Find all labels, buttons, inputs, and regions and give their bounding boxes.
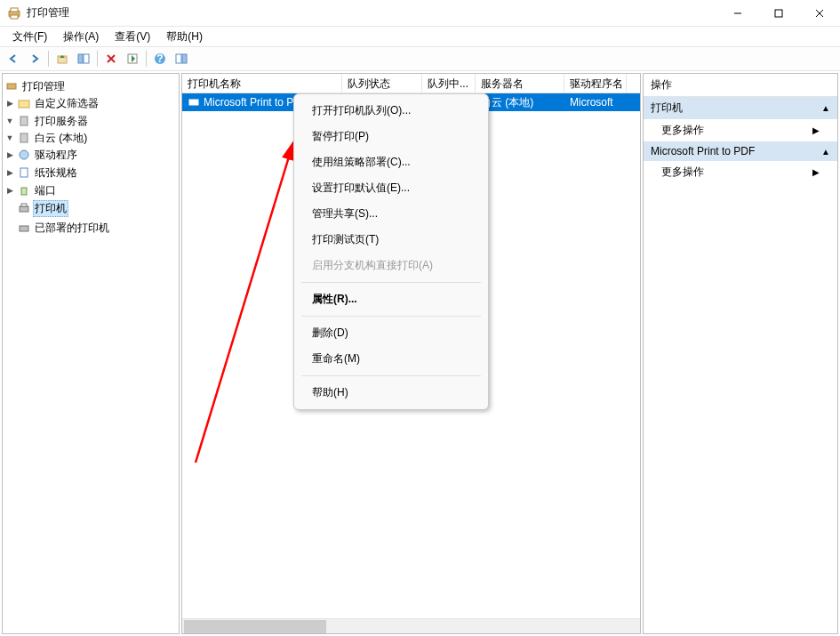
cm-branch-office: 启用分支机构直接打印(A) xyxy=(294,253,488,278)
column-header-jobs[interactable]: 队列中... xyxy=(422,74,476,93)
separator xyxy=(97,51,98,67)
drivers-icon xyxy=(17,148,31,162)
back-button[interactable] xyxy=(4,49,23,68)
svg-rect-22 xyxy=(20,168,28,177)
svg-text:?: ? xyxy=(156,52,163,65)
column-header-status[interactable]: 队列状态 xyxy=(342,74,422,93)
cm-delete[interactable]: 删除(D) xyxy=(294,320,488,346)
svg-line-28 xyxy=(196,142,293,463)
menu-file[interactable]: 文件(F) xyxy=(5,28,54,46)
tree-root[interactable]: 打印管理 xyxy=(4,78,177,94)
tree-printers[interactable]: ▶ 打印机 xyxy=(4,200,177,216)
tree-drivers[interactable]: ▶ 驱动程序 xyxy=(4,147,177,163)
cm-properties[interactable]: 属性(R)... xyxy=(294,286,488,312)
tree-ports[interactable]: ▶ 端口 xyxy=(4,182,177,198)
expander-closed-icon[interactable]: ▶ xyxy=(4,149,15,160)
svg-rect-8 xyxy=(78,54,83,63)
svg-rect-9 xyxy=(84,54,89,63)
app-icon xyxy=(7,6,21,20)
cm-manage-sharing[interactable]: 管理共享(S)... xyxy=(294,201,488,227)
close-button[interactable] xyxy=(799,0,840,27)
show-hide-actions-button[interactable] xyxy=(172,49,191,68)
svg-rect-1 xyxy=(11,8,18,12)
svg-rect-19 xyxy=(20,117,28,125)
svg-rect-15 xyxy=(176,54,181,63)
minimize-button[interactable] xyxy=(717,0,758,27)
server-icon xyxy=(17,114,31,128)
expander-open-icon[interactable]: ▼ xyxy=(4,116,15,126)
menu-action[interactable]: 操作(A) xyxy=(56,28,106,46)
svg-rect-4 xyxy=(775,10,782,17)
menu-view[interactable]: 查看(V) xyxy=(108,28,157,46)
main-area: 打印管理 ▶ 自定义筛选器 ▼ 打印服务器 xyxy=(0,71,840,636)
chevron-up-icon: ▲ xyxy=(821,103,830,113)
list-body[interactable]: Microsoft Print to PDF 就绪 0 白云 (本地) Micr… xyxy=(182,93,640,618)
cm-help[interactable]: 帮助(H) xyxy=(294,380,488,406)
cm-test-page[interactable]: 打印测试页(T) xyxy=(294,227,488,253)
cm-deploy-gpo[interactable]: 使用组策略部署(C)... xyxy=(294,149,488,175)
svg-rect-27 xyxy=(189,100,198,105)
column-header-name[interactable]: 打印机名称 xyxy=(182,74,342,93)
column-header-server[interactable]: 服务器名 xyxy=(476,74,564,93)
separator xyxy=(48,51,49,67)
expander-closed-icon[interactable]: ▶ xyxy=(4,167,15,178)
context-menu: 打开打印机队列(O)... 暂停打印(P) 使用组策略部署(C)... 设置打印… xyxy=(293,93,489,410)
svg-rect-17 xyxy=(7,84,16,89)
svg-rect-20 xyxy=(20,133,28,142)
expander-closed-icon[interactable]: ▶ xyxy=(4,98,15,109)
tree-deployed-printers[interactable]: ▶ 已部署的打印机 xyxy=(4,220,177,236)
svg-rect-18 xyxy=(19,101,29,108)
horizontal-scrollbar[interactable] xyxy=(182,618,640,633)
tree-local-server[interactable]: ▼ 白云 (本地) xyxy=(4,130,177,146)
svg-rect-23 xyxy=(21,188,27,195)
chevron-right-icon: ▶ xyxy=(812,167,820,177)
server-icon xyxy=(17,131,31,145)
separator xyxy=(301,375,481,376)
window-title: 打印管理 xyxy=(27,5,717,20)
printer-icon xyxy=(17,201,31,215)
cm-rename[interactable]: 重命名(M) xyxy=(294,346,488,372)
menu-bar: 文件(F) 操作(A) 查看(V) 帮助(H) xyxy=(0,27,840,46)
actions-section-selected-printer[interactable]: Microsoft Print to PDF ▲ xyxy=(644,141,837,161)
maximize-button[interactable] xyxy=(758,0,799,27)
delete-button[interactable] xyxy=(101,49,121,68)
expander-open-icon[interactable]: ▼ xyxy=(4,133,15,143)
menu-help[interactable]: 帮助(H) xyxy=(159,28,210,46)
column-header-driver[interactable]: 驱动程序名 xyxy=(564,74,627,93)
chevron-right-icon: ▶ xyxy=(812,125,820,135)
cm-pause[interactable]: 暂停打印(P) xyxy=(294,124,488,149)
forward-button[interactable] xyxy=(25,49,44,68)
actions-title: 操作 xyxy=(644,74,837,97)
scrollbar-thumb[interactable] xyxy=(184,620,326,633)
cm-set-defaults[interactable]: 设置打印默认值(E)... xyxy=(294,175,488,201)
show-hide-tree-button[interactable] xyxy=(74,49,93,68)
title-bar: 打印管理 xyxy=(0,0,840,27)
actions-more-1[interactable]: 更多操作 ▶ xyxy=(644,119,837,141)
chevron-up-icon: ▲ xyxy=(821,147,830,157)
actions-section-printers[interactable]: 打印机 ▲ xyxy=(644,97,837,119)
expander-closed-icon[interactable]: ▶ xyxy=(4,185,15,196)
svg-rect-25 xyxy=(21,204,27,206)
print-management-icon xyxy=(4,79,19,93)
folder-icon xyxy=(17,96,31,110)
printer-icon xyxy=(188,95,200,110)
cm-open-queue[interactable]: 打开打印机队列(O)... xyxy=(294,98,488,124)
tree-print-servers[interactable]: ▼ 打印服务器 xyxy=(4,113,177,129)
help-button[interactable]: ? xyxy=(150,49,170,68)
cell-server: 白云 (本地) xyxy=(476,93,564,112)
separator xyxy=(301,282,481,283)
tree-panel: 打印管理 ▶ 自定义筛选器 ▼ 打印服务器 xyxy=(2,73,180,634)
cell-driver: Microsoft xyxy=(564,94,627,110)
svg-rect-26 xyxy=(20,226,28,231)
actions-more-2[interactable]: 更多操作 ▶ xyxy=(644,161,837,183)
tree-custom-filters[interactable]: ▶ 自定义筛选器 xyxy=(4,95,177,111)
window-controls xyxy=(717,0,840,27)
refresh-button[interactable] xyxy=(123,49,142,68)
printer-icon xyxy=(17,221,31,235)
svg-point-21 xyxy=(20,150,28,159)
list-header: 打印机名称 队列状态 队列中... 服务器名 驱动程序名 xyxy=(182,74,640,93)
separator xyxy=(146,51,147,67)
toolbar: ? xyxy=(0,46,840,71)
up-button[interactable] xyxy=(52,49,72,68)
tree-forms[interactable]: ▶ 纸张规格 xyxy=(4,165,177,181)
